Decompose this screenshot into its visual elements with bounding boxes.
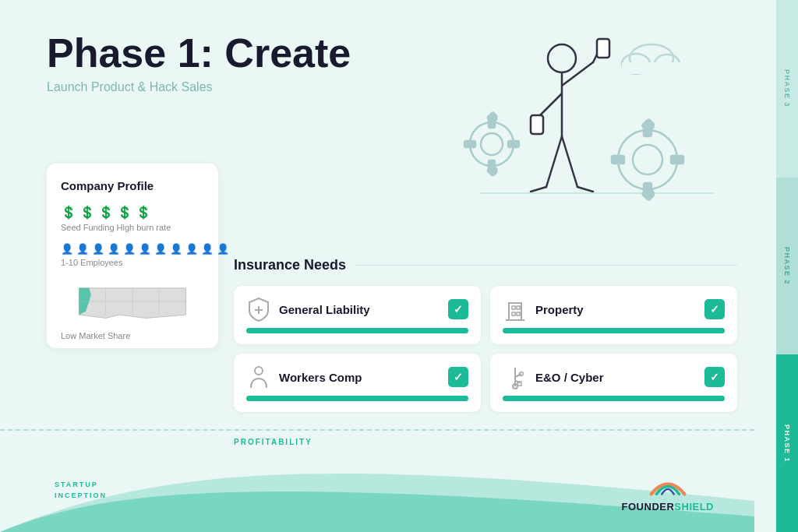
person-gray-2: 👤 <box>92 243 104 255</box>
person-gray-7: 👤 <box>170 243 182 255</box>
map-container: Low Market Share <box>61 278 204 333</box>
eo-check: ✓ <box>704 367 725 387</box>
gl-name: General Liability <box>279 303 370 316</box>
property-bar <box>503 328 725 333</box>
person-gray-8: 👤 <box>185 243 198 255</box>
wc-name: Workers Comp <box>279 371 362 384</box>
wc-bar <box>246 396 468 401</box>
svg-point-16 <box>470 122 514 166</box>
building-icon <box>503 297 528 322</box>
person-gray-1: 👤 <box>76 243 89 255</box>
insurance-card-workers-comp: Workers Comp ✓ <box>234 354 481 412</box>
shield-plus-icon <box>246 297 271 322</box>
svg-rect-43 <box>512 306 515 309</box>
person-gray-6: 👤 <box>154 243 167 255</box>
person-active: 👤 <box>61 243 73 255</box>
dollar-gray-1: 💲 <box>98 205 114 220</box>
svg-rect-8 <box>597 39 609 58</box>
insurance-section: Insurance Needs <box>234 257 737 412</box>
card-header-gl: General Liability ✓ <box>246 297 468 322</box>
dollar-active-1: 💲 <box>61 205 76 220</box>
svg-line-14 <box>577 187 593 192</box>
gl-bar <box>246 328 468 333</box>
svg-rect-3 <box>622 62 681 74</box>
card-left-wc: Workers Comp <box>246 365 362 389</box>
funding-icons: 💲 💲 💲 💲 💲 <box>61 205 204 220</box>
dollar-gray-3: 💲 <box>136 205 151 220</box>
svg-line-6 <box>562 62 593 86</box>
us-map-svg <box>61 278 204 325</box>
svg-line-9 <box>538 93 562 117</box>
funding-label: Seed Funding High burn rate <box>61 223 204 232</box>
eo-bar <box>503 396 725 401</box>
funding-row: 💲 💲 💲 💲 💲 Seed Funding High burn rate <box>61 205 204 232</box>
svg-line-11 <box>546 136 562 187</box>
svg-rect-30 <box>612 156 624 164</box>
startup-label: STARTUP INCEPTION <box>55 480 107 501</box>
worker-icon <box>246 365 271 389</box>
tab-phase-1[interactable]: PHASE 1 <box>776 354 798 532</box>
dashed-divider <box>0 429 754 431</box>
company-profile-title: Company Profile <box>61 179 204 192</box>
insurance-card-eo-cyber: E&O / Cyber ✓ <box>490 354 737 412</box>
person-gray-10: 👤 <box>217 243 229 255</box>
insurance-card-general-liability: General Liability ✓ <box>234 286 481 344</box>
eo-name: E&O / Cyber <box>535 371 604 384</box>
svg-line-13 <box>531 187 546 192</box>
person-gray-5: 👤 <box>139 243 151 255</box>
person-icons: 👤 👤 👤 👤 👤 👤 👤 👤 👤 👤 👤 <box>61 243 204 255</box>
person-gray-4: 👤 <box>123 243 136 255</box>
main-container: Phase 1: Create Launch Product & Hack Sa… <box>0 0 798 532</box>
founder-shield-logo: FOUNDERSHIELD <box>622 470 714 513</box>
founder-shield-arc <box>644 470 691 498</box>
employees-row: 👤 👤 👤 👤 👤 👤 👤 👤 👤 👤 👤 1-10 Employees <box>61 243 204 267</box>
svg-point-17 <box>481 133 503 155</box>
svg-rect-31 <box>671 156 683 164</box>
card-left-property: Property <box>503 297 584 322</box>
side-tabs: PHASE 3 PHASE 2 PHASE 1 <box>776 0 798 532</box>
tab-phase-3[interactable]: PHASE 3 <box>776 0 798 178</box>
employees-label: 1-10 Employees <box>61 258 204 267</box>
svg-rect-44 <box>517 306 520 309</box>
svg-line-12 <box>562 136 577 187</box>
tab-phase-2[interactable]: PHASE 2 <box>776 178 798 355</box>
card-header-eo: E&O / Cyber ✓ <box>503 365 725 389</box>
svg-rect-10 <box>531 115 543 134</box>
dollar-active-2: 💲 <box>79 205 95 220</box>
svg-rect-45 <box>512 312 515 315</box>
card-header-wc: Workers Comp ✓ <box>246 365 468 389</box>
svg-point-49 <box>255 367 263 375</box>
svg-point-26 <box>618 130 677 189</box>
insurance-card-property: Property ✓ <box>490 286 737 344</box>
property-check: ✓ <box>704 299 725 319</box>
company-profile-card: Company Profile 💲 💲 💲 💲 💲 Seed Funding H… <box>47 164 218 348</box>
content-area: Phase 1: Create Launch Product & Hack Sa… <box>0 0 776 532</box>
dollar-gray-2: 💲 <box>117 205 132 220</box>
founder-shield-text: FOUNDERSHIELD <box>622 501 714 513</box>
map-label: Low Market Share <box>61 331 204 340</box>
card-header-property: Property ✓ <box>503 297 725 322</box>
svg-rect-20 <box>464 141 475 147</box>
property-name: Property <box>535 303 584 316</box>
person-gray-3: 👤 <box>108 243 120 255</box>
card-left-gl: General Liability <box>246 297 370 322</box>
svg-rect-21 <box>508 141 519 147</box>
svg-point-27 <box>633 145 662 174</box>
illustration-area <box>418 16 714 280</box>
wc-check: ✓ <box>448 367 468 387</box>
insurance-grid: General Liability ✓ <box>234 286 737 412</box>
person-gray-9: 👤 <box>201 243 214 255</box>
illustration-svg <box>418 16 714 265</box>
card-left-eo: E&O / Cyber <box>503 365 604 389</box>
gl-check: ✓ <box>448 299 468 319</box>
usb-icon <box>503 365 528 389</box>
svg-point-4 <box>548 44 576 72</box>
svg-rect-46 <box>517 312 520 315</box>
insurance-title: Insurance Needs <box>234 257 737 273</box>
